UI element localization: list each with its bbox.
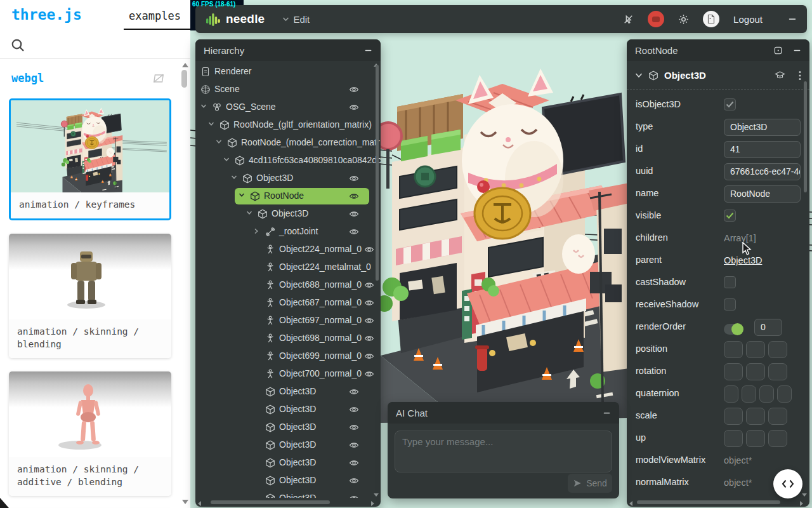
popout-icon[interactable] [773, 46, 783, 55]
horizontal-scrollbar-thumb[interactable] [211, 500, 330, 504]
visibility-eye-icon[interactable] [349, 84, 359, 95]
gear-icon[interactable] [678, 14, 689, 25]
chat-message-input[interactable]: Type your message... [395, 431, 612, 472]
castShadow-checkbox[interactable] [724, 276, 736, 288]
visibility-eye-icon[interactable] [364, 351, 374, 361]
scroll-left-arrow[interactable] [629, 501, 632, 506]
up-component-input[interactable] [746, 430, 765, 447]
receiveShadow-checkbox[interactable] [724, 298, 736, 311]
quaternion-component-input[interactable] [777, 385, 792, 403]
hierarchy-node[interactable]: 4cd116fc63ca40809810ca0842dc [195, 152, 381, 170]
chevron-down-icon[interactable] [216, 139, 222, 144]
visibility-eye-icon[interactable] [349, 102, 359, 112]
renderOrder-toggle[interactable] [724, 324, 743, 335]
hierarchy-node[interactable]: Object3D [195, 170, 381, 187]
example-card[interactable]: animation / skinning / blending [9, 234, 171, 358]
hierarchy-node[interactable]: Renderer [195, 63, 381, 81]
visibility-eye-icon[interactable] [364, 244, 374, 255]
horizontal-scrollbar-thumb[interactable] [637, 500, 780, 504]
avatar[interactable] [703, 11, 719, 27]
visibility-eye-icon[interactable] [349, 493, 359, 498]
quaternion-component-input[interactable] [742, 385, 756, 403]
hierarchy-node[interactable]: Object3D [195, 472, 381, 490]
scroll-down-arrow[interactable] [182, 500, 188, 504]
hierarchy-node[interactable]: Object700_normal_0 [195, 365, 381, 383]
position-component-input[interactable] [724, 341, 743, 358]
visibility-eye-icon[interactable] [349, 440, 359, 450]
hierarchy-node[interactable]: Object3D [195, 418, 381, 436]
chevron-down-icon[interactable] [239, 192, 245, 197]
hierarchy-node[interactable]: Object699_normal_0 [195, 347, 381, 365]
visibility-eye-icon[interactable] [349, 209, 359, 219]
visibility-eye-icon[interactable] [364, 369, 374, 379]
hierarchy-node[interactable]: Object3D [195, 490, 381, 498]
up-component-input[interactable] [768, 430, 787, 447]
code-panel-toggle-button[interactable] [773, 469, 802, 498]
search-icon[interactable] [10, 37, 25, 53]
minimize-icon[interactable] [364, 46, 372, 55]
hierarchy-node[interactable]: Object3D [195, 436, 381, 454]
sidebar-scrollbar[interactable] [180, 59, 190, 508]
visibility-eye-icon[interactable] [349, 191, 359, 201]
quaternion-component-input[interactable] [724, 385, 738, 403]
edit-menu[interactable]: Edit [282, 14, 310, 25]
chat-header[interactable]: AI Chat [388, 402, 619, 424]
hierarchy-node[interactable]: Object224_metalmat_0 [195, 258, 381, 276]
chevron-down-icon[interactable] [246, 210, 252, 215]
rotation-component-input[interactable] [746, 363, 765, 380]
hierarchy-node[interactable]: RootNode_(gltf_orientation_matrix) [195, 116, 381, 134]
send-button[interactable]: Send [568, 474, 612, 493]
scroll-down-arrow[interactable] [802, 493, 807, 497]
scroll-down-arrow[interactable] [374, 493, 379, 497]
horizontal-scrollbar[interactable] [195, 499, 381, 505]
hierarchy-node[interactable]: Object3D [195, 401, 381, 418]
example-card[interactable]: animation / skinning / additive / blendi… [9, 371, 171, 496]
visibility-eye-icon[interactable] [349, 476, 359, 486]
visible-checkbox[interactable] [724, 210, 736, 222]
name-input[interactable]: RootNode [724, 185, 801, 203]
minimize-icon[interactable] [603, 409, 611, 417]
visibility-eye-icon[interactable] [364, 333, 374, 344]
chevron-down-icon[interactable] [223, 157, 230, 162]
hierarchy-node[interactable]: RootNode_(model_correction_matr [195, 134, 381, 152]
quaternion-component-input[interactable] [759, 385, 774, 403]
visibility-eye-icon[interactable] [349, 387, 359, 397]
visibility-eye-icon[interactable] [349, 458, 359, 468]
type-input[interactable]: Object3D [724, 119, 801, 136]
chevron-down-icon[interactable] [231, 175, 237, 180]
sidebar-scrollbar-thumb[interactable] [181, 70, 187, 88]
visibility-eye-icon[interactable] [364, 280, 374, 290]
position-component-input[interactable] [768, 341, 787, 358]
chevron-right-icon[interactable] [254, 228, 259, 234]
horizontal-scrollbar[interactable] [627, 499, 809, 505]
section-webgl[interactable]: webgl [11, 72, 44, 84]
hierarchy-node[interactable]: OSG_Scene [195, 98, 381, 116]
scroll-up-arrow[interactable] [182, 63, 188, 67]
isObject3D-checkbox[interactable] [724, 98, 736, 110]
scroll-left-arrow[interactable] [198, 501, 201, 506]
visibility-eye-icon[interactable] [349, 422, 359, 432]
hierarchy-node[interactable]: _rootJoint [195, 223, 381, 241]
visibility-eye-icon[interactable] [364, 298, 374, 308]
hierarchy-node[interactable]: Object3D [195, 205, 381, 223]
uuid-input[interactable]: 67661cc6-ec47-4c [724, 163, 801, 180]
visibility-eye-icon[interactable] [349, 404, 359, 415]
logout-button[interactable]: Logout [733, 14, 763, 25]
example-card[interactable]: animation / keyframes [9, 98, 171, 220]
scale-component-input[interactable] [768, 408, 787, 425]
hierarchy-node[interactable]: Object688_normal_0 [195, 276, 381, 294]
id-input[interactable]: 41 [724, 141, 801, 158]
minimize-icon[interactable] [788, 15, 797, 23]
threejs-logo[interactable]: three.js [11, 6, 82, 23]
inspector-header[interactable]: RootNode [627, 39, 809, 61]
hierarchy-node[interactable]: Object3D [195, 383, 381, 401]
record-button[interactable] [648, 11, 664, 27]
minimize-icon[interactable] [793, 46, 801, 55]
up-component-input[interactable] [724, 430, 743, 447]
chevron-down-icon[interactable] [200, 104, 207, 109]
hierarchy-node[interactable]: Scene [195, 81, 381, 98]
visibility-eye-icon[interactable] [349, 227, 359, 237]
vertical-scrollbar-thumb[interactable] [804, 81, 807, 192]
hierarchy-node[interactable]: Object698_normal_0 [195, 330, 381, 347]
hierarchy-node[interactable]: Object697_normal_0 [195, 312, 381, 330]
